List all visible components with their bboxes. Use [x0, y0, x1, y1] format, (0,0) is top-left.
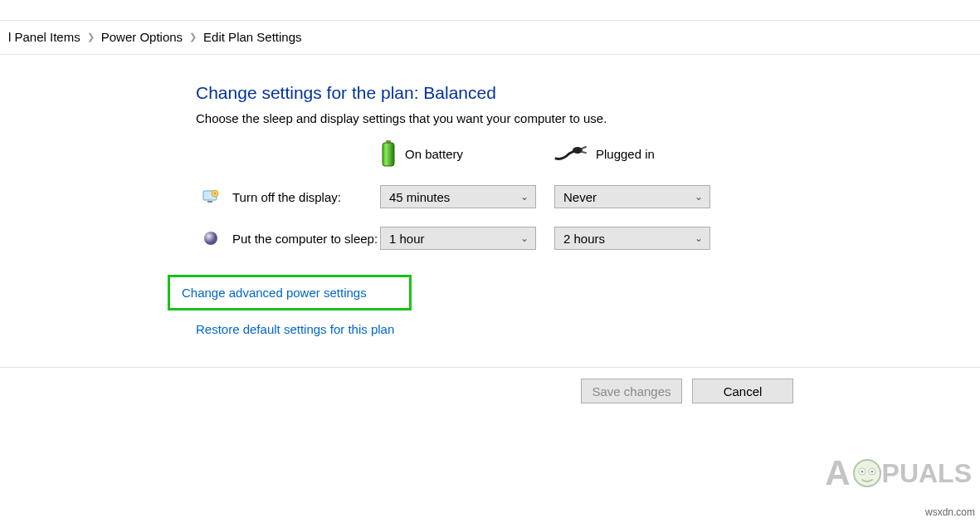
chevron-right-icon: ❯ — [87, 32, 95, 42]
header-label-plugged: Plugged in — [596, 147, 655, 161]
moon-icon — [202, 230, 219, 247]
link-change-advanced-power-settings[interactable]: Change advanced power settings — [182, 286, 367, 300]
select-display-battery[interactable]: 45 minutes ⌄ — [380, 185, 536, 208]
action-buttons: Save changes Cancel — [581, 379, 793, 403]
breadcrumb-item-panel[interactable]: l Panel Items — [8, 30, 80, 44]
svg-point-11 — [854, 460, 880, 486]
svg-rect-6 — [207, 201, 212, 203]
header-label-battery: On battery — [405, 147, 463, 161]
chevron-down-icon: ⌄ — [520, 232, 529, 244]
divider-top — [0, 20, 980, 21]
link-restore-defaults[interactable]: Restore default settings for this plan — [196, 322, 394, 336]
svg-point-2 — [573, 147, 583, 154]
watermark-logo: A PUALS — [825, 453, 972, 493]
page-title: Change settings for the plan: Balanced — [196, 83, 793, 103]
svg-point-15 — [870, 471, 873, 473]
row-turn-off-display: Turn off the display: 45 minutes ⌄ Never… — [196, 185, 793, 208]
plug-icon — [554, 145, 588, 162]
breadcrumb-item-power-options[interactable]: Power Options — [101, 30, 183, 44]
svg-point-10 — [204, 232, 217, 245]
select-value: 1 hour — [389, 232, 425, 246]
save-changes-button: Save changes — [581, 379, 682, 403]
watermark-text: PUALS — [882, 458, 972, 489]
chevron-down-icon: ⌄ — [520, 191, 529, 203]
select-sleep-plugged[interactable]: 2 hours ⌄ — [554, 227, 710, 250]
chevron-right-icon: ❯ — [189, 32, 197, 42]
header-on-battery: On battery — [380, 140, 554, 167]
select-value: Never — [563, 190, 597, 204]
svg-point-14 — [861, 471, 863, 473]
select-value: 45 minutes — [389, 190, 450, 204]
chevron-down-icon: ⌄ — [695, 191, 703, 203]
breadcrumb: l Panel Items ❯ Power Options ❯ Edit Pla… — [8, 30, 302, 44]
select-value: 2 hours — [563, 232, 605, 246]
column-headers: On battery Plugged in — [196, 140, 793, 167]
links-block: Change advanced power settings Restore d… — [196, 275, 793, 336]
svg-line-3 — [582, 147, 586, 149]
highlight-advanced-link: Change advanced power settings — [168, 275, 412, 310]
row-label-sleep: Put the computer to sleep: — [196, 230, 380, 247]
divider-breadcrumb — [0, 54, 980, 55]
display-icon — [202, 188, 219, 205]
select-display-plugged[interactable]: Never ⌄ — [554, 185, 710, 208]
svg-line-4 — [582, 152, 586, 153]
select-sleep-battery[interactable]: 1 hour ⌄ — [380, 227, 536, 250]
row-label-display: Turn off the display: — [196, 188, 380, 205]
battery-icon — [380, 140, 397, 167]
svg-rect-1 — [383, 143, 394, 166]
header-plugged-in: Plugged in — [554, 145, 729, 162]
chevron-down-icon: ⌄ — [695, 232, 703, 244]
divider-bottom — [0, 367, 980, 368]
row-sleep: Put the computer to sleep: 1 hour ⌄ 2 ho… — [196, 227, 793, 250]
page-subtitle: Choose the sleep and display settings th… — [196, 111, 793, 125]
mascot-icon — [849, 455, 885, 491]
cancel-button[interactable]: Cancel — [692, 379, 793, 403]
main-content: Change settings for the plan: Balanced C… — [196, 83, 793, 336]
watermark-url: wsxdn.com — [925, 506, 975, 518]
breadcrumb-item-edit-plan[interactable]: Edit Plan Settings — [203, 30, 301, 44]
